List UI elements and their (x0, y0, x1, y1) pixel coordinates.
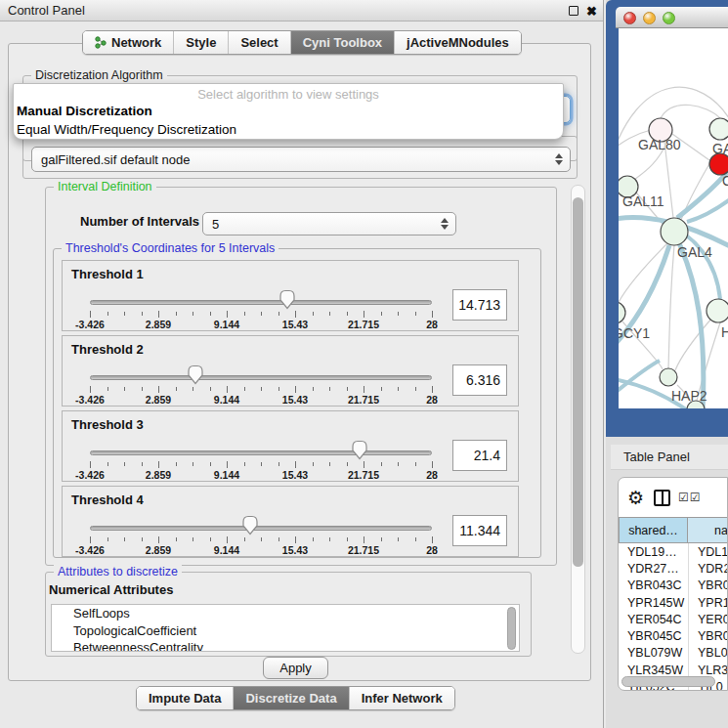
tick-label: 21.715 (348, 469, 379, 481)
tab-cyni-toolbox[interactable]: Cyni Toolbox (291, 31, 395, 54)
tick-label: 2.859 (146, 469, 171, 481)
slider-handle[interactable] (186, 364, 205, 385)
tab-jactivemnodules[interactable]: jActiveMNodules (395, 31, 521, 54)
table-cell[interactable]: YPR145W (619, 594, 688, 611)
table-cell[interactable]: YER054C (619, 611, 688, 627)
table-row[interactable]: YDR27…YDR2 (619, 560, 728, 577)
network-canvas[interactable]: GAL80GACGAL11GAL4GCY1HHAP2 (619, 28, 728, 408)
node-table-card: ⚙ ☑ ☑ shared… na YDL19…YDL1YDR27…YDR2YBR… (618, 477, 728, 691)
network-node-hap2[interactable] (660, 368, 677, 386)
network-node[interactable] (709, 153, 728, 175)
table-cell[interactable]: YBR0 (688, 578, 728, 594)
tick-mark (244, 387, 245, 391)
tab-discretize-data[interactable]: Discretize Data (234, 687, 349, 709)
tick-mark (278, 537, 279, 541)
tick-mark (432, 536, 433, 543)
table-cell[interactable]: YPR1 (688, 594, 728, 611)
tab-network[interactable]: Network (83, 31, 174, 54)
table-cell[interactable]: YER0 (688, 611, 728, 627)
float-window-icon[interactable] (569, 6, 578, 16)
table-cell[interactable]: YBR0 (688, 627, 728, 644)
table-cell[interactable]: YDR27… (619, 560, 688, 577)
table-row[interactable]: YBL079WYBL0 (619, 645, 728, 662)
tab-select[interactable]: Select (229, 31, 290, 54)
table-row[interactable]: YBR045CYBR0 (619, 627, 728, 644)
close-icon[interactable]: ✖ (586, 5, 597, 18)
network-node-gcy1[interactable] (619, 302, 625, 323)
tick-label: 15.43 (282, 319, 308, 330)
checkbox-icon[interactable]: ☑ (690, 492, 701, 503)
num-intervals-label: Number of Intervals (80, 214, 199, 229)
tick-mark (107, 462, 108, 466)
slider-handle[interactable] (240, 515, 260, 535)
table-cell[interactable]: YDL19… (619, 543, 688, 560)
attribute-list-item[interactable]: TopologicalCoefficient (52, 622, 519, 640)
network-node-h[interactable] (707, 299, 728, 322)
network-node[interactable] (709, 118, 728, 140)
table-cell[interactable]: YBL079W (619, 645, 688, 662)
network-edge-thick[interactable] (679, 243, 704, 408)
table-row[interactable]: YER054CYER0 (619, 611, 728, 627)
zoom-traffic-light-icon[interactable] (663, 12, 675, 24)
checkbox-icon[interactable]: ☑ (678, 492, 689, 503)
table-cell[interactable]: YBL0 (688, 645, 728, 662)
table-cell[interactable]: YBR045C (619, 627, 688, 644)
threshold-panel: Threshold 3-3.4262.8599.14415.4321.71528… (62, 410, 519, 482)
table-row[interactable]: YBR043CYBR0 (619, 578, 728, 594)
threshold-panel: Threshold 4-3.4262.8599.14415.4321.71528… (62, 486, 519, 557)
network-node-gal4[interactable] (661, 218, 688, 245)
tick-mark (142, 537, 143, 541)
tick-mark (347, 387, 348, 391)
column-header-name[interactable]: na (688, 517, 728, 543)
network-window-titlebar[interactable] (616, 7, 728, 28)
gear-icon[interactable]: ⚙ (627, 489, 644, 507)
tick-mark (398, 462, 399, 466)
list-scrollbar-thumb[interactable] (507, 607, 516, 650)
tab-style[interactable]: Style (174, 31, 229, 54)
column-header-shared[interactable]: shared… (619, 517, 688, 543)
tab-impute-data[interactable]: Impute Data (137, 687, 234, 709)
network-edge[interactable] (664, 142, 673, 218)
threshold-value-field[interactable]: 6.316 (452, 364, 507, 396)
combo-stepper-icon (441, 218, 449, 230)
numerical-attributes-list[interactable]: SelfLoopsTopologicalCoefficientBetweenne… (51, 604, 520, 652)
table-data-combo[interactable]: galFiltered.sif default node (31, 147, 571, 172)
tick-label: 28 (426, 394, 438, 406)
table-hscrollbar-thumb[interactable] (621, 676, 715, 687)
tab-infer-network[interactable]: Infer Network (350, 687, 454, 709)
table-cell[interactable]: YDR2 (688, 560, 728, 577)
table-row[interactable]: YDL19…YDL1 (619, 543, 728, 560)
threshold-slider-track[interactable] (90, 450, 432, 455)
threshold-value-field[interactable]: 14.713 (452, 289, 507, 321)
network-edge[interactable] (675, 318, 712, 370)
table-cell[interactable]: YDL1 (688, 543, 728, 560)
table-cell[interactable]: YBR043C (619, 578, 688, 594)
popup-item[interactable]: Manual Discretization (14, 102, 563, 120)
network-edge[interactable] (668, 245, 674, 368)
threshold-slider-track[interactable] (90, 526, 432, 531)
network-edge[interactable] (661, 105, 720, 118)
panel-scrollbar[interactable] (571, 185, 585, 654)
network-edge-thick[interactable] (687, 196, 728, 222)
threshold-slider-track[interactable] (90, 375, 432, 380)
network-view-window: GAL80GACGAL11GAL4GCY1HHAP2 (606, 0, 728, 437)
threshold-value-field[interactable]: 11.344 (452, 515, 507, 546)
threshold-value-field[interactable]: 21.4 (452, 440, 507, 471)
popup-item[interactable]: Equal Width/Frequency Discretization (14, 120, 563, 139)
minimize-traffic-light-icon[interactable] (643, 12, 656, 24)
close-traffic-light-icon[interactable] (623, 12, 636, 24)
tick-mark (313, 537, 314, 541)
apply-button[interactable]: Apply (263, 657, 328, 679)
tick-label: -3.426 (75, 544, 105, 556)
slider-handle[interactable] (278, 289, 297, 310)
num-intervals-combo[interactable]: 5 (202, 212, 456, 236)
attribute-list-item[interactable]: SelfLoops (52, 605, 519, 622)
slider-handle[interactable] (350, 440, 369, 460)
attribute-list-item[interactable]: BetweennessCentrality (52, 639, 519, 652)
split-columns-icon[interactable] (654, 490, 670, 506)
slider-tick-labels: -3.4262.8599.14415.4321.71528 (90, 469, 432, 481)
tick-mark (415, 387, 416, 391)
table-row[interactable]: YPR145WYPR1 (619, 594, 728, 611)
panel-scrollbar-thumb[interactable] (573, 197, 583, 567)
threshold-slider-track[interactable] (90, 300, 432, 305)
